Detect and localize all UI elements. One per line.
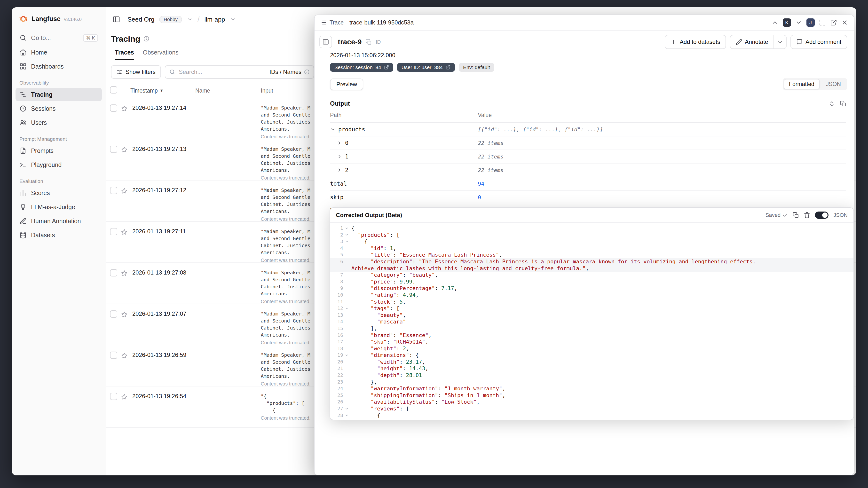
code-line: 23 },	[330, 379, 854, 386]
expand-rows-icon[interactable]	[829, 100, 835, 107]
column-timestamp[interactable]: Timestamp ▼	[130, 88, 195, 94]
line-number: 12	[330, 305, 343, 312]
code-line: 13 "beauty",	[330, 312, 854, 318]
row-checkbox[interactable]	[110, 146, 117, 153]
sidebar-item-users[interactable]: Users	[16, 116, 102, 129]
row-checkbox[interactable]	[110, 352, 117, 359]
sidebar-item-scores[interactable]: Scores	[16, 186, 102, 200]
chevron-right-icon[interactable]	[337, 167, 342, 173]
fold-toggle-icon[interactable]	[343, 225, 350, 232]
fold-toggle-icon[interactable]	[343, 405, 350, 412]
sidebar-item-sessions[interactable]: Sessions	[16, 102, 102, 115]
tab-observations[interactable]: Observations	[143, 49, 178, 60]
chevron-down-icon[interactable]	[187, 17, 193, 22]
tab-preview[interactable]: Preview	[330, 79, 363, 90]
bookmark-star-icon[interactable]	[121, 270, 128, 277]
info-icon[interactable]	[143, 36, 150, 42]
row-checkbox[interactable]	[110, 104, 117, 112]
search-scope-select[interactable]: IDs / Names	[270, 68, 310, 75]
chevron-right-icon[interactable]	[337, 140, 342, 146]
bookmark-star-icon[interactable]	[121, 352, 128, 359]
fold-toggle-icon[interactable]	[343, 412, 350, 419]
bookmark-star-icon[interactable]	[121, 187, 128, 194]
copy-icon[interactable]	[793, 212, 799, 218]
session-badge[interactable]: Session: session_84	[330, 63, 393, 72]
previous-trace-button[interactable]	[772, 19, 778, 26]
annotate-menu-button[interactable]	[774, 35, 786, 49]
tree-panel-toggle[interactable]	[319, 36, 332, 48]
sidebar-item-llm-as-a-judge[interactable]: LLM-as-a-Judge	[16, 200, 102, 214]
format-formatted[interactable]: Formatted	[784, 79, 820, 89]
output-header: Output	[330, 100, 846, 107]
sidebar-item-dashboards[interactable]: Dashboards	[16, 60, 102, 73]
fold-toggle-icon[interactable]	[343, 352, 350, 359]
output-row-products[interactable]: products [{"id": ...}, {"id": ...}, {"id…	[330, 123, 846, 136]
fold-toggle-icon[interactable]	[343, 232, 350, 238]
goto-search[interactable]: Go to... ⌘ K	[16, 31, 102, 44]
copy-output-icon[interactable]	[840, 100, 846, 107]
bookmark-star-icon[interactable]	[121, 228, 128, 236]
sidebar-item-human-annotation[interactable]: Human Annotation	[16, 214, 102, 228]
row-checkbox[interactable]	[110, 228, 117, 235]
line-number: 1	[330, 225, 343, 232]
copy-id-icon[interactable]	[365, 39, 372, 45]
delete-icon[interactable]	[804, 212, 810, 218]
json-editor[interactable]: 1{2 "products": [3 {4 "id": 1,5 "title":…	[330, 223, 854, 420]
file-text-icon	[20, 147, 27, 154]
user-badge[interactable]: User ID: user_384	[397, 63, 455, 72]
add-to-datasets-button[interactable]: Add to datasets	[665, 35, 726, 49]
info-icon[interactable]	[304, 69, 310, 75]
open-in-new-icon[interactable]	[830, 19, 837, 26]
next-trace-button[interactable]	[795, 19, 802, 26]
output-row-0[interactable]: 0 22 items	[330, 136, 846, 150]
output-row-total[interactable]: total 94	[330, 177, 846, 191]
expand-icon[interactable]	[819, 19, 826, 26]
corrected-output-panel: Corrected Output (Beta) Saved JSON 1{2 "…	[330, 207, 854, 420]
output-row-1[interactable]: 1 22 items	[330, 150, 846, 163]
row-checkbox[interactable]	[110, 393, 117, 400]
sidebar-item-datasets[interactable]: Datasets	[16, 228, 102, 242]
sort-desc-icon: ▼	[160, 88, 163, 93]
line-number: 15	[330, 325, 343, 332]
show-filters-button[interactable]: Show filters	[111, 65, 161, 79]
search-icon	[20, 34, 27, 41]
add-comment-button[interactable]: Add comment	[790, 35, 847, 49]
chevron-right-icon[interactable]	[337, 154, 342, 159]
format-json[interactable]: JSON	[821, 79, 846, 89]
code-line: 27 "reviews": [	[330, 405, 854, 412]
row-checkbox[interactable]	[110, 269, 117, 276]
bookmark-star-icon[interactable]	[121, 393, 128, 400]
fold-toggle-icon[interactable]	[343, 238, 350, 245]
bookmark-star-icon[interactable]	[121, 146, 128, 153]
trace-badges: Session: session_84 User ID: user_384 En…	[314, 61, 854, 76]
fold-toggle-icon[interactable]	[343, 305, 350, 312]
sidebar-item-playground[interactable]: Playground	[16, 158, 102, 172]
bookmark-star-icon[interactable]	[121, 311, 128, 318]
bookmark-star-icon[interactable]	[121, 105, 128, 112]
select-all-checkbox[interactable]	[110, 86, 117, 94]
plan-badge[interactable]: Hobby	[159, 16, 182, 23]
project-selector[interactable]: llm-app	[204, 16, 225, 23]
code-line: 24 "warrantyInformation": "1 month warra…	[330, 385, 854, 392]
sidebar-toggle-button[interactable]	[110, 13, 123, 26]
sidebar-item-prompts[interactable]: Prompts	[16, 144, 102, 157]
app-window: Langfuse v3.146.0 Go to... ⌘ K Home Dash…	[12, 7, 856, 476]
annotate-button[interactable]: Annotate	[730, 35, 774, 49]
code-line: 9 "discountPercentage": 7.17,	[330, 285, 854, 292]
sidebar-item-tracing[interactable]: Tracing	[16, 88, 102, 101]
pencil-icon	[736, 39, 742, 45]
output-row-skip[interactable]: skip 0	[330, 191, 846, 204]
line-number: 25	[330, 392, 343, 399]
output-row-2[interactable]: 2 22 items	[330, 163, 846, 177]
row-checkbox[interactable]	[110, 187, 117, 194]
chevron-down-icon[interactable]	[330, 127, 335, 132]
sidebar-item-home[interactable]: Home	[16, 45, 102, 59]
chevron-down-icon[interactable]	[230, 17, 236, 22]
tab-traces[interactable]: Traces	[115, 49, 134, 60]
line-number: 22	[330, 372, 343, 379]
search-input[interactable]	[179, 68, 266, 75]
json-toggle[interactable]	[815, 212, 829, 219]
close-icon[interactable]	[841, 19, 848, 26]
row-checkbox[interactable]	[110, 310, 117, 318]
org-selector[interactable]: Seed Org	[127, 16, 154, 23]
